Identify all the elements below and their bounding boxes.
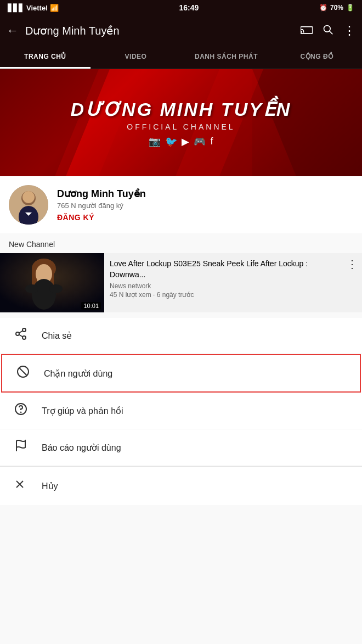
cancel-menu-item[interactable]: Hủy: [0, 466, 362, 505]
report-label: Báo cáo người dùng: [42, 443, 121, 453]
report-menu-item[interactable]: Báo cáo người dùng: [0, 429, 362, 466]
svg-line-29: [19, 331, 23, 333]
banner-content: DƯƠNG MINH TUYỀN OFFICIAL CHANNEL 📷 🐦 ▶ …: [71, 98, 292, 148]
channel-banner: DƯƠNG MINH TUYỀN OFFICIAL CHANNEL 📷 🐦 ▶ …: [0, 69, 362, 176]
svg-point-22: [32, 279, 56, 310]
flag-icon: [13, 439, 29, 456]
status-right: ⏰ 70% 🔋: [319, 4, 354, 12]
search-icon[interactable]: [323, 24, 333, 38]
video-separator: ·: [153, 291, 157, 299]
svg-point-25: [22, 328, 26, 332]
video-title: Love After Lockup S03E25 Sneak Peek Life…: [110, 259, 338, 280]
nav-icons: ⋮: [301, 24, 355, 38]
video-more-button[interactable]: ⋮: [342, 253, 362, 275]
channel-title: Dương Minh Tuyền: [25, 24, 294, 37]
video-time-ago: 6 ngày trước: [157, 291, 194, 299]
section-label: New Channel: [0, 233, 362, 253]
svg-point-26: [16, 332, 19, 335]
back-button[interactable]: ←: [7, 24, 19, 38]
video-item: 10:01 Love After Lockup S03E25 Sneak Pee…: [0, 253, 362, 312]
video-meta: 45 N lượt xem · 6 ngày trước: [110, 291, 338, 299]
tab-community[interactable]: CỘNG ĐỒ: [272, 46, 362, 69]
bottom-sheet-menu: Chia sẻ Chặn người dùng Trợ giúp và phản…: [0, 317, 362, 505]
svg-point-2: [324, 25, 331, 32]
svg-point-12: [22, 191, 35, 203]
banner-title: DƯƠNG MINH TUYỀN: [71, 98, 292, 120]
facebook-icon: f: [210, 136, 213, 148]
channel-name: Dương Minh Tuyền: [57, 188, 353, 200]
tab-home[interactable]: TRANG CHỦ: [0, 46, 90, 69]
block-icon: [15, 365, 31, 382]
battery-icon: 🔋: [346, 4, 354, 12]
help-label: Trợ giúp và phản hồi: [42, 406, 123, 416]
status-bar: ▋▋▋ Viettel 📶 16:49 ⏰ 70% 🔋: [0, 0, 362, 15]
cast-icon[interactable]: [301, 25, 313, 37]
battery-percent: 70%: [330, 4, 343, 12]
signal-icon: ▋▋▋: [8, 4, 24, 12]
alarm-icon: ⏰: [319, 4, 327, 12]
avatar: [9, 185, 48, 225]
top-nav: ← Dương Minh Tuyền ⋮: [0, 15, 362, 46]
instagram-icon: 📷: [149, 136, 161, 148]
status-left: ▋▋▋ Viettel 📶: [8, 4, 59, 12]
banner-subtitle: OFFICIAL CHANNEL: [71, 122, 292, 131]
subscriber-count: 765 N người đăng ký: [57, 201, 353, 210]
duration-badge: 10:01: [81, 302, 101, 310]
block-user-menu-item[interactable]: Chặn người dùng: [1, 354, 361, 393]
share-icon: [13, 327, 29, 344]
more-icon[interactable]: ⋮: [343, 24, 355, 38]
share-label: Chia sẻ: [42, 331, 72, 341]
svg-line-31: [19, 368, 27, 376]
carrier-name: Viettel: [26, 4, 48, 12]
video-views: 45 N lượt xem: [110, 291, 151, 299]
youtube-icon: ▶: [182, 136, 189, 148]
subscribe-button[interactable]: ĐĂNG KÝ: [57, 213, 353, 222]
svg-line-28: [19, 335, 23, 337]
wifi-icon: 📶: [50, 4, 59, 12]
status-time: 16:49: [179, 3, 199, 12]
svg-line-3: [330, 31, 333, 34]
video-thumbnail[interactable]: 10:01: [0, 253, 104, 312]
svg-point-23: [25, 284, 38, 293]
tab-video[interactable]: VIDEO: [90, 46, 181, 69]
svg-point-33: [21, 412, 21, 413]
cancel-label: Hủy: [42, 481, 58, 491]
channel-info: Dương Minh Tuyền 765 N người đăng ký ĐĂN…: [0, 176, 362, 233]
video-channel-name: News network: [110, 282, 338, 290]
tab-playlist[interactable]: DANH SÁCH PHÁT: [181, 46, 272, 69]
twitter-icon: 🐦: [165, 136, 177, 148]
video-details: Love After Lockup S03E25 Sneak Peek Life…: [104, 253, 342, 304]
tab-bar: TRANG CHỦ VIDEO DANH SÁCH PHÁT CỘNG ĐỒ: [0, 46, 362, 69]
help-menu-item[interactable]: Trợ giúp và phản hồi: [0, 393, 362, 429]
close-icon: [13, 478, 29, 494]
block-label: Chặn người dùng: [44, 368, 112, 379]
share-menu-item[interactable]: Chia sẻ: [0, 317, 362, 354]
svg-point-24: [49, 284, 63, 293]
svg-point-27: [22, 336, 26, 339]
help-icon: [13, 402, 29, 419]
channel-text: Dương Minh Tuyền 765 N người đăng ký ĐĂN…: [57, 188, 353, 222]
banner-social: 📷 🐦 ▶ 🎮 f: [71, 136, 292, 148]
twitch-icon: 🎮: [194, 136, 206, 148]
